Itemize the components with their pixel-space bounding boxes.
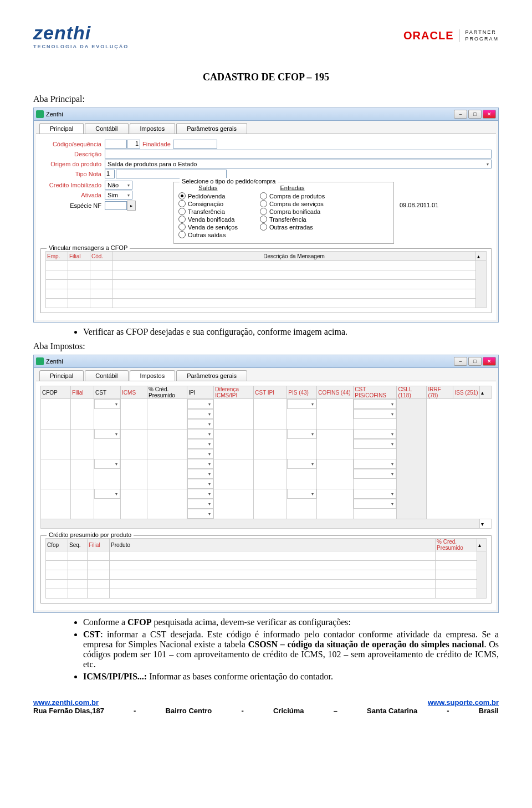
table-row[interactable] [46, 561, 487, 570]
zenthi-tagline: TECNOLOGIA DA EVOLUÇÃO [33, 44, 129, 49]
close-button[interactable]: ✕ [483, 110, 496, 119]
table-row[interactable] [46, 589, 487, 599]
radio-venda-servicos[interactable] [178, 223, 186, 231]
credito-presumido-legend: Crédito presumido por produto [47, 531, 134, 538]
section-principal-label: Aba Principal: [33, 94, 499, 104]
tab-impostos[interactable]: Impostos [130, 123, 176, 134]
tab-principal-2[interactable]: Principal [39, 370, 84, 381]
date-label: 09.08.2011.01 [400, 202, 438, 208]
tab-parametros-2[interactable]: Parâmetros gerais [176, 370, 247, 381]
codigo-seq-label: Código/sequência [40, 141, 105, 147]
window-titlebar: Zenthi – □ ✕ [34, 108, 498, 121]
maximize-button[interactable]: □ [468, 110, 482, 119]
footer-url-left[interactable]: www.zenthi.com.br [33, 698, 99, 707]
credito-imob-label: Credito Imobilizado [40, 182, 105, 188]
col-cod: Cód. [90, 252, 112, 261]
app-icon [36, 357, 44, 365]
impostos-table: CFOP Filial CST ICMS % Créd. Presumido I… [40, 386, 492, 529]
impostos-bullet-3: ICMS/IPI/PIS...: Informar as bases confo… [83, 672, 499, 682]
credito-imob-select[interactable]: Não [105, 181, 132, 190]
page-header: zenthi TECNOLOGIA DA EVOLUÇÃO ORACLE PAR… [33, 22, 499, 49]
codigo-input[interactable] [105, 140, 127, 149]
scrollbar-up-2[interactable]: ▴ [480, 386, 492, 399]
radio-pedido-venda[interactable] [178, 192, 186, 200]
especie-input[interactable] [105, 201, 127, 210]
oracle-logo: ORACLE PARTNER PROGRAM [403, 29, 499, 42]
vincular-legend: Vincular mensagens a CFOP [47, 244, 130, 251]
credito-presumido-table: Cfop Seq. Filial Produto % Cred. Presumi… [45, 538, 487, 599]
window-impostos: Zenthi – □ ✕ Principal Contábil Impostos… [33, 355, 499, 613]
footer-url-right[interactable]: www.suporte.com.br [428, 698, 499, 707]
page-footer: www.zenthi.com.br www.suporte.com.br Rua… [33, 698, 499, 715]
window-principal: Zenthi – □ ✕ Principal Contábil Impostos… [33, 108, 499, 323]
radio-outras-entradas[interactable] [260, 223, 267, 231]
page-title: CADASTRO DE CFOP – 195 [33, 71, 499, 83]
section-impostos-label: Aba Impostos: [33, 341, 499, 351]
table-row[interactable] [41, 399, 492, 429]
col-desc-msg: Descrição da Mensagem [112, 252, 476, 261]
especie-lookup-button[interactable]: ▸ [127, 201, 136, 211]
tipo-nota-label: Tipo Nota [40, 171, 105, 177]
radio-compra-bonificada[interactable] [260, 208, 267, 215]
minimize-button-2[interactable]: – [454, 357, 467, 366]
tab-impostos-2[interactable]: Impostos [130, 370, 176, 381]
tab-principal[interactable]: Principal [39, 123, 84, 134]
descricao-input[interactable] [105, 150, 492, 158]
descricao-label: Descrição [40, 151, 105, 157]
saidas-heading: Saídas [178, 185, 238, 191]
principal-bullet: Verificar as CFOP desejadas e sua config… [83, 327, 499, 337]
zenthi-brand: zenthi [33, 22, 129, 44]
scrollbar-up[interactable]: ▴ [476, 252, 487, 261]
origem-label: Origem do produto [40, 161, 105, 167]
tab-contabil-2[interactable]: Contábil [85, 370, 128, 381]
tabs-principal: Principal Contábil Impostos Parâmetros g… [39, 123, 498, 134]
tipo-nota-input[interactable]: 1 [105, 170, 115, 178]
radio-transferencia-s[interactable] [178, 208, 186, 215]
window-title: Zenthi [46, 111, 63, 117]
finalidade-input[interactable] [173, 140, 217, 149]
table-row[interactable] [46, 580, 487, 589]
maximize-button-2[interactable]: □ [468, 357, 482, 366]
tipo-pedido-legend: Selecione o tipo do pedido/compra [180, 178, 278, 185]
radio-transferencia-e[interactable] [260, 216, 267, 223]
scrollbar-up-3[interactable]: ▴ [477, 539, 487, 551]
radio-consignacao[interactable] [178, 200, 186, 207]
ativada-label: Ativada [40, 192, 105, 198]
impostos-bullet-2: CST: informar a CST desejada. Este códig… [83, 630, 499, 669]
tab-contabil[interactable]: Contábil [85, 123, 128, 134]
col-filial: Filial [68, 252, 90, 261]
radio-compra-produtos[interactable] [260, 192, 267, 200]
scrollbar-down-2[interactable]: ▾ [480, 519, 492, 529]
minimize-button[interactable]: – [454, 110, 467, 119]
origem-select[interactable]: Saída de produtos para o Estado [105, 160, 492, 168]
finalidade-label: Finalidade [142, 141, 171, 147]
app-icon [36, 110, 44, 118]
tabs-impostos: Principal Contábil Impostos Parâmetros g… [39, 370, 498, 381]
oracle-brand: ORACLE [403, 29, 453, 42]
zenthi-logo: zenthi TECNOLOGIA DA EVOLUÇÃO [33, 22, 129, 49]
window-titlebar-2: Zenthi – □ ✕ [34, 355, 498, 368]
credito-presumido-fieldset: Crédito presumido por produto Cfop Seq. … [40, 535, 492, 604]
oracle-partner: PARTNER PROGRAM [459, 29, 499, 42]
vincular-mensagens-fieldset: Vincular mensagens a CFOP Emp. Filial Có… [40, 248, 492, 313]
ativada-select[interactable]: Sim [105, 191, 132, 200]
tab-parametros[interactable]: Parâmetros gerais [176, 123, 247, 134]
close-button-2[interactable]: ✕ [483, 357, 496, 366]
seq-input[interactable]: 1 [127, 140, 140, 149]
table-row[interactable] [46, 570, 487, 580]
tipo-nota-desc[interactable] [116, 170, 227, 178]
entradas-heading: Entradas [260, 185, 325, 191]
window-title-2: Zenthi [46, 358, 63, 365]
impostos-bullet-1: Conforme a CFOP pesquisada acima, devem-… [83, 617, 499, 627]
radio-outras-saidas[interactable] [178, 231, 186, 238]
vincular-table: Emp. Filial Cód. Descrição da Mensagem ▴ [45, 251, 487, 308]
radio-venda-bonificada[interactable] [178, 216, 186, 223]
table-row[interactable] [46, 551, 487, 561]
radio-compra-servicos[interactable] [260, 200, 267, 207]
especie-label: Espécie NF [40, 202, 105, 209]
col-emp: Emp. [46, 252, 68, 261]
